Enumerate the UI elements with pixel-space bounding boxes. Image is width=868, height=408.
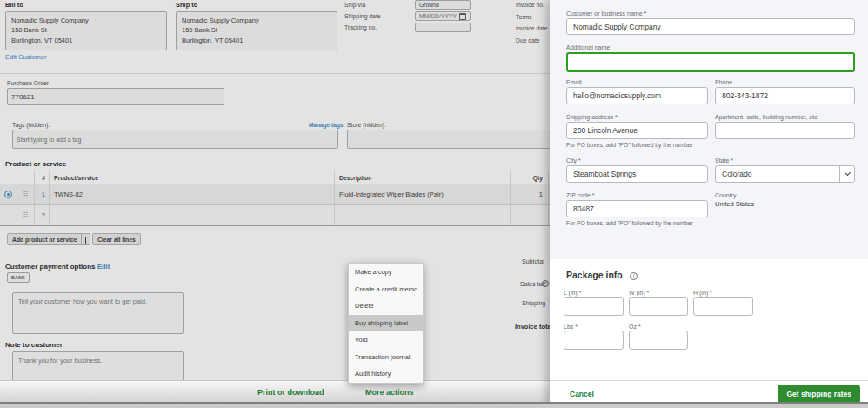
store-label: Store (hidden): — [347, 122, 386, 128]
oz-input[interactable] — [629, 331, 688, 350]
apartment-input[interactable] — [715, 122, 855, 139]
height-input[interactable] — [693, 297, 753, 316]
menu-item-create-credit-memo[interactable]: Create a credit memo — [349, 281, 423, 298]
country-label: Country — [715, 192, 737, 198]
bill-to-field[interactable]: Nomadic Supply Company 150 Bank St Burli… — [5, 11, 167, 50]
select-chevron-zone — [839, 166, 850, 182]
edit-customer-link[interactable]: Edit Customer — [5, 53, 47, 61]
product-cell[interactable]: TWNS-82 — [50, 184, 335, 204]
payment-message-textarea[interactable]: Tell your customer how you want to get p… — [12, 292, 184, 334]
line-items-table: # Product/service Description Qty ⠿ 1 TW… — [0, 171, 576, 226]
bank-badge: BANK — [7, 272, 30, 283]
shipping-date-field[interactable]: MM/DD/YYYY — [415, 11, 471, 21]
ship-to-label: Ship to — [176, 1, 197, 9]
row-target-cell — [0, 205, 17, 225]
col-header-product: Product/service — [50, 171, 335, 184]
header-spacer-target — [0, 171, 17, 184]
state-select[interactable]: Colorado — [715, 165, 855, 183]
width-label: W (in) * — [629, 290, 649, 296]
menu-item-delete[interactable]: Delete — [349, 298, 423, 315]
manage-tags-link[interactable]: Manage tags — [309, 122, 343, 128]
zip-helper-text: For PO boxes, add "PO" followed by the n… — [566, 220, 693, 226]
email-label: Email — [566, 79, 582, 85]
clear-all-lines-label: Clear all lines — [93, 237, 140, 243]
row-target-cell — [0, 184, 17, 204]
sales-tax-help-icon[interactable]: ? — [542, 280, 549, 287]
window-bottom-strip — [0, 404, 868, 408]
lbs-input[interactable] — [564, 331, 624, 350]
drag-handle-icon[interactable]: ⠿ — [17, 184, 35, 204]
chevron-down-icon[interactable] — [82, 237, 90, 243]
bill-to-label: Bill to — [5, 1, 23, 9]
store-field[interactable] — [347, 130, 564, 149]
note-textarea[interactable]: Thank you for your business. — [12, 351, 184, 382]
city-input[interactable]: Steamboat Springs — [566, 165, 708, 183]
payment-options-title: Customer payment options — [5, 263, 96, 271]
drag-handle-icon[interactable]: ⠿ — [17, 205, 35, 225]
tags-label: Tags (hidden): — [12, 122, 50, 128]
tracking-no-label: Tracking no. — [344, 24, 377, 30]
state-value: Colorado — [722, 170, 752, 178]
add-product-button[interactable]: Add product or service — [7, 233, 90, 245]
info-icon[interactable]: i — [630, 272, 638, 280]
tags-input[interactable]: Start typing to add a tag — [12, 130, 338, 149]
row-number: 2 — [35, 205, 50, 225]
additional-name-label: Additional name — [566, 44, 610, 50]
shipping-date-placeholder: MM/DD/YYYY — [419, 13, 457, 19]
purchase-order-field[interactable]: 770621 — [7, 88, 224, 105]
menu-item-buy-shipping-label[interactable]: Buy shipping label — [349, 315, 423, 332]
due-date-label: Due date — [516, 37, 540, 43]
tags-placeholder: Start typing to add a tag — [17, 137, 81, 143]
customer-name-label: Customer or business name * — [566, 10, 646, 17]
customer-name-input[interactable]: Nomadic Supply Company — [566, 18, 855, 35]
calendar-icon[interactable] — [459, 13, 466, 20]
phone-input[interactable]: 802-343-1872 — [715, 87, 855, 104]
more-actions-button[interactable]: More actions — [365, 388, 414, 397]
lbs-label: Lbs * — [564, 324, 578, 330]
oz-label: Oz * — [629, 324, 641, 330]
height-label: H (in) * — [693, 290, 712, 296]
cancel-button[interactable]: Cancel — [570, 390, 594, 398]
description-cell[interactable] — [335, 205, 511, 225]
table-row[interactable]: ⠿ 1 TWNS-82 Fluid-Integrated Wiper Blade… — [0, 184, 576, 205]
city-label: City * — [566, 157, 581, 164]
additional-name-input[interactable] — [566, 52, 855, 72]
state-label: State * — [715, 157, 733, 164]
menu-item-void[interactable]: Void — [349, 331, 423, 349]
menu-item-audit-history[interactable]: Audit history — [349, 365, 423, 383]
get-shipping-rates-button[interactable]: Get shipping rates — [778, 385, 860, 404]
col-header-description: Description — [335, 171, 511, 184]
payment-edit-link[interactable]: Edit — [97, 263, 110, 271]
width-input[interactable] — [629, 297, 688, 316]
row-number: 1 — [35, 184, 50, 204]
shipping-label: Shipping — [522, 300, 545, 306]
note-title: Note to customer — [5, 341, 63, 349]
invoice-no-label: Invoice no. — [516, 2, 544, 8]
invoice-total-label: Invoice total — [515, 323, 553, 331]
product-cell[interactable] — [50, 205, 335, 225]
phone-label: Phone — [715, 79, 732, 85]
clear-all-lines-button[interactable]: Clear all lines — [92, 233, 141, 245]
zip-label: ZIP code * — [566, 192, 595, 198]
header-spacer-drag — [17, 171, 35, 184]
shipping-address-input[interactable]: 200 Lincoln Avenue — [566, 122, 708, 139]
description-cell[interactable]: Fluid-Integrated Wiper Blades (Pair) — [335, 184, 511, 204]
length-input[interactable] — [564, 297, 624, 316]
tracking-no-field[interactable] — [415, 23, 471, 32]
ship-to-field[interactable]: Nomadic Supply Company 150 Bank St Burli… — [176, 11, 337, 50]
country-value: United States — [715, 200, 754, 208]
email-input[interactable]: hello@nomadicsupply.com — [566, 87, 708, 104]
more-actions-menu: Make a copy Create a credit memo Delete … — [348, 263, 424, 384]
table-row[interactable]: ⠿ 2 — [0, 205, 576, 226]
shipping-date-label: Shipping date — [344, 13, 381, 19]
ship-via-field[interactable]: Ground — [415, 0, 471, 10]
qty-cell[interactable] — [511, 205, 549, 225]
chevron-down-icon — [845, 170, 851, 176]
shipping-label-panel: Customer or business name * Nomadic Supp… — [550, 0, 868, 408]
menu-item-transaction-journal[interactable]: Transaction journal — [349, 349, 423, 366]
menu-item-make-a-copy[interactable]: Make a copy — [349, 264, 423, 281]
bullseye-icon — [4, 191, 12, 198]
qty-cell[interactable]: 1 — [511, 184, 549, 204]
print-or-download-button[interactable]: Print or download — [257, 388, 324, 397]
zip-input[interactable]: 80487 — [566, 200, 708, 217]
